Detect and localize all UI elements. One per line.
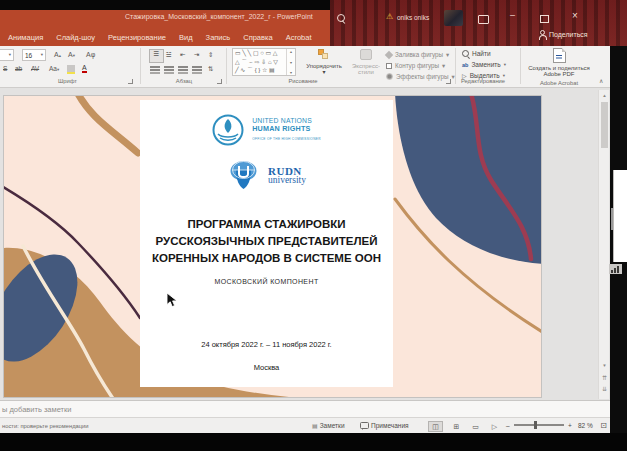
slide[interactable]: UNITED NATIONS HUMAN RIGHTS OFFICE OF TH…: [4, 96, 541, 397]
normal-view-button[interactable]: ◫: [428, 421, 443, 432]
slide-subtitle[interactable]: МОСКОВСКИЙ КОМПОНЕНТ: [140, 278, 393, 285]
reading-view-button[interactable]: ▭: [468, 421, 483, 432]
pdf-document-icon: [553, 48, 566, 63]
strikethrough-button[interactable]: S: [3, 65, 7, 73]
previous-slide-icon[interactable]: ⇈: [599, 374, 610, 381]
shape-effects-button[interactable]: Эффекты фигуры ▾: [386, 73, 455, 80]
comments-toggle-button[interactable]: Примечания: [360, 422, 409, 429]
bottom-black-strip: [0, 433, 627, 451]
bullets-button[interactable]: ☰: [149, 49, 164, 63]
tab-slideshow[interactable]: Слайд-шоу: [56, 33, 95, 42]
search-icon: [462, 50, 469, 57]
slide-title[interactable]: ПРОГРАММА СТАЖИРОВКИ РУССКОЯЗЫЧНЫХ ПРЕДС…: [146, 216, 387, 267]
notes-icon: ▤: [312, 422, 318, 429]
restore-button[interactable]: [540, 15, 549, 23]
shapes-row[interactable]: ╱ ∿ ⌒ { } ☆ ▤: [235, 66, 287, 75]
share-label: Поделиться: [549, 31, 588, 38]
collapse-ribbon-button[interactable]: ∧: [599, 77, 603, 84]
shapes-gallery[interactable]: ▭ ╲ ╲ ▢ ○ ▭ △ △ ⌒ ⌣ ⇨ ⇩ ⌂ ▽ ╱ ∿ ⌒ { } ☆ …: [232, 48, 296, 76]
tab-help[interactable]: Справка: [243, 33, 272, 42]
arrange-button[interactable]: Упорядочить ▾: [302, 49, 346, 74]
shape-outline-button[interactable]: Контур фигуры ▾: [386, 62, 445, 69]
highlight-color-button[interactable]: [67, 65, 75, 74]
replace-icon: ab: [462, 62, 468, 68]
tab-view[interactable]: Вид: [179, 33, 193, 42]
shape-fill-button[interactable]: Заливка фигуры ▾: [386, 51, 449, 58]
share-button[interactable]: Поделиться: [538, 30, 588, 38]
slide-title-line2: РУССКОЯЗЫЧНЫХ ПРЕДСТАВИТЕЛЕЙ: [146, 233, 387, 250]
panel-grip[interactable]: [611, 208, 613, 230]
close-button[interactable]: ×: [572, 11, 578, 20]
create-pdf-button[interactable]: Создать и поделиться Adobe PDF: [522, 48, 596, 77]
change-case-button[interactable]: Aa▾: [49, 65, 59, 73]
align-right-button[interactable]: [178, 66, 188, 68]
shapes-row[interactable]: △ ⌒ ⌣ ⇨ ⇩ ⌂ ▽: [235, 58, 287, 67]
minimize-button[interactable]: –: [510, 11, 515, 20]
numbering-button[interactable]: ☱: [166, 51, 172, 59]
grow-font-button[interactable]: A▴: [54, 51, 61, 59]
avatar[interactable]: [444, 10, 463, 26]
slide-dates[interactable]: 24 октября 2022 г. – 11 ноября 2022 г.: [140, 340, 393, 349]
editing-group-label: Редактирование: [450, 78, 516, 84]
shapes-row[interactable]: ▭ ╲ ╲ ▢ ○ ▭ △: [235, 49, 287, 58]
align-left-button[interactable]: [150, 66, 160, 68]
align-center-button[interactable]: [164, 66, 174, 68]
tab-acrobat[interactable]: Acrobat: [286, 33, 312, 42]
un-emblem-icon: [212, 114, 244, 146]
title-card[interactable]: UNITED NATIONS HUMAN RIGHTS OFFICE OF TH…: [140, 100, 393, 387]
shrink-font-button[interactable]: A▾: [68, 51, 75, 59]
fit-to-window-button[interactable]: ⊡: [596, 420, 611, 431]
scroll-down-icon[interactable]: ▼: [599, 363, 610, 368]
next-slide-icon[interactable]: ⇊: [599, 385, 610, 392]
paragraph-dialog-launcher-icon[interactable]: [217, 79, 222, 84]
scrollbar-thumb[interactable]: [601, 102, 608, 148]
clear-formatting-button[interactable]: Аφ: [86, 51, 95, 59]
notes-toggle-button[interactable]: ▤ Заметки: [312, 422, 345, 429]
tab-review[interactable]: Рецензирование: [108, 33, 166, 42]
vertical-scrollbar[interactable]: ▲ ▼ ⇈ ⇊: [598, 90, 609, 399]
un-human-rights-logo: UNITED NATIONS HUMAN RIGHTS OFFICE OF TH…: [140, 114, 393, 146]
font-dialog-launcher-icon[interactable]: [128, 79, 133, 84]
decrease-indent-button[interactable]: ⇤: [180, 51, 185, 59]
zoom-out-button[interactable]: –: [506, 422, 510, 429]
warning-icon: ⚠: [386, 12, 393, 21]
slideshow-view-button[interactable]: ▷: [487, 421, 502, 432]
character-spacing-button[interactable]: AV: [31, 65, 39, 73]
drawing-group-label: Рисование: [228, 78, 378, 84]
zoom-percentage[interactable]: 82 %: [578, 422, 593, 429]
side-overlay-panel: [613, 170, 627, 262]
account-name[interactable]: oniks oniks: [397, 14, 429, 21]
ribbon: ▾ 16 ▾ A▴ A▾ Аφ S ab AV Aa▾ А Шрифт ☰ ☱ …: [0, 46, 610, 88]
slide-title-line3: КОРЕННЫХ НАРОДОВ В СИСТЕМЕ ООН: [146, 250, 387, 267]
replace-button[interactable]: ab Заменить ▾: [462, 61, 506, 68]
tab-animation[interactable]: Анимация: [8, 33, 43, 42]
paragraph-group-label: Абзац: [144, 78, 224, 84]
scroll-up-icon: ▴: [290, 49, 292, 54]
font-color-button[interactable]: А: [82, 65, 87, 73]
tab-record[interactable]: Запись: [206, 33, 231, 42]
font-size-dropdown[interactable]: 16 ▾: [22, 49, 46, 61]
zoom-slider-thumb[interactable]: [534, 421, 537, 429]
zoom-in-button[interactable]: +: [568, 422, 572, 429]
ribbon-display-options-icon[interactable]: [478, 15, 489, 24]
slide-sorter-view-button[interactable]: ⊞: [449, 421, 464, 432]
notes-pane[interactable]: ы добавить заметки: [0, 400, 610, 417]
justify-button[interactable]: [192, 66, 202, 68]
text-direction-button[interactable]: ⇅: [208, 65, 213, 73]
subscript-button[interactable]: ab: [15, 65, 22, 73]
font-name-dropdown[interactable]: ▾: [0, 49, 14, 61]
find-button[interactable]: Найти: [462, 50, 491, 57]
comment-bubble-icon: [360, 422, 369, 429]
search-icon[interactable]: [337, 14, 345, 22]
slide-city[interactable]: Москва: [140, 363, 393, 372]
increase-indent-button[interactable]: ⇥: [194, 51, 199, 59]
shapes-gallery-scrollbar[interactable]: ▴ ▾ ▾: [286, 49, 295, 75]
gallery-more-icon: ▾: [290, 70, 292, 75]
scroll-up-icon[interactable]: ▲: [599, 93, 610, 98]
accessibility-status[interactable]: ности: проверьте рекомендации: [2, 423, 89, 429]
line-spacing-button[interactable]: ⇕: [208, 51, 213, 59]
quick-styles-icon: [360, 49, 372, 60]
window-title: Стажировка_Московский_компонент_2022_г -…: [125, 13, 313, 20]
quick-styles-button[interactable]: Экспресс- стили: [350, 49, 382, 75]
zoom-slider-track[interactable]: [514, 424, 564, 426]
